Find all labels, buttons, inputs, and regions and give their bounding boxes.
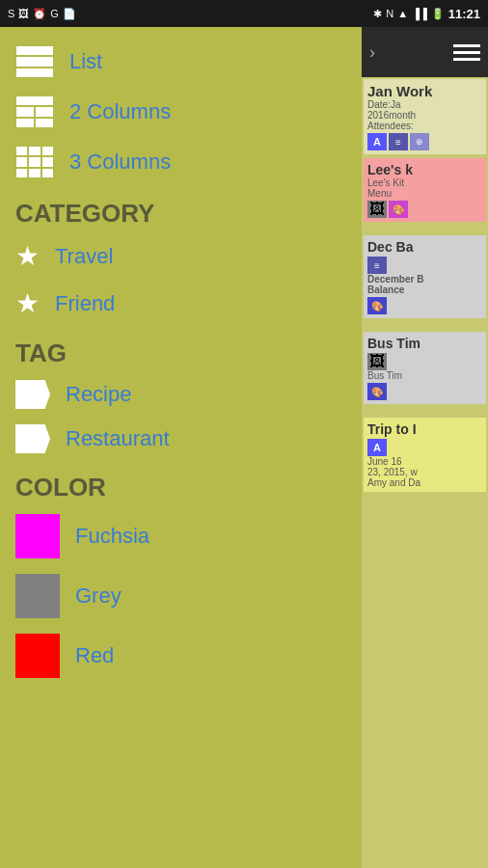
jan-work-meta3: Attendees: (367, 121, 482, 131)
file-icon: 📄 (63, 8, 76, 20)
right-panel: › Jan Work Date:Ja 2016month Attendees: … (362, 27, 488, 868)
lees-img-icon[interactable]: 🖼 (367, 201, 387, 218)
hamburger-button[interactable] (453, 44, 480, 61)
spacer-3 (364, 408, 486, 416)
bus-icons: 🎨 (367, 383, 482, 400)
view-list[interactable]: List (0, 37, 362, 87)
status-time: 11:21 (448, 7, 480, 21)
wifi-icon: ▲ (397, 8, 408, 19)
card-dec-balance[interactable]: Dec Ba ≡ December B Balance 🎨 (364, 235, 486, 318)
spacer-1 (364, 226, 486, 233)
tag-icon-recipe (15, 380, 50, 409)
trip-meta3: Amy and Da (367, 477, 482, 488)
lees-paint-icon[interactable]: 🎨 (389, 201, 408, 218)
3col-icon (15, 145, 54, 179)
grey-swatch (15, 574, 60, 618)
status-bar: S 🖼 ⏰ G 📄 ✱ N ▲ ▐▐ 🔋 11:21 (0, 0, 488, 27)
battery-icon: 🔋 (431, 8, 445, 20)
status-right-icons: ✱ N ▲ ▐▐ 🔋 11:21 (373, 7, 480, 21)
dec-paint-icon[interactable]: 🎨 (367, 297, 387, 314)
category-friend[interactable]: ★ Friend (0, 280, 362, 327)
trip-a-icon[interactable]: A (367, 439, 387, 456)
view-3col[interactable]: 3 Columns (0, 137, 362, 187)
red-label: Red (75, 643, 114, 668)
right-cards: Jan Work Date:Ja 2016month Attendees: A … (362, 77, 488, 868)
2col-icon (15, 95, 54, 129)
n-icon: N (386, 8, 393, 19)
left-panel: List 2 Columns (0, 27, 362, 868)
spacer-2 (364, 322, 486, 330)
card-jan-work[interactable]: Jan Work Date:Ja 2016month Attendees: A … (364, 79, 486, 154)
bus-img-icon[interactable]: 🖼 (367, 353, 387, 370)
tag-recipe-label: Recipe (66, 382, 131, 407)
jan-work-a-icon[interactable]: A (367, 133, 387, 150)
s-icon: S (8, 8, 14, 19)
trip-top-icons: A (367, 439, 482, 456)
category-friend-label: Friend (55, 291, 115, 316)
red-swatch (15, 634, 60, 678)
color-fuchsia[interactable]: Fuchsia (0, 506, 362, 566)
color-grey[interactable]: Grey (0, 566, 362, 626)
list-label: List (69, 49, 102, 74)
dec-icons: 🎨 (367, 297, 482, 314)
fuchsia-swatch (15, 514, 60, 558)
category-travel-label: Travel (55, 244, 113, 269)
hamburger-line-2 (453, 51, 480, 54)
color-header: COLOR (0, 461, 362, 506)
jan-work-title: Jan Work (367, 83, 482, 99)
star-icon: ★ (15, 240, 40, 272)
tag-restaurant[interactable]: Restaurant (0, 417, 362, 461)
dec-list-icon[interactable]: ≡ (367, 257, 387, 274)
lees-title: Lee's k (367, 162, 482, 177)
color-red[interactable]: Red (0, 626, 362, 686)
card-trip[interactable]: Trip to I A June 16 23, 2015, w Amy and … (364, 418, 486, 492)
main-container: List 2 Columns (0, 27, 488, 868)
lees-meta1: Lee's Kit (367, 177, 482, 188)
hamburger-line-3 (453, 58, 480, 61)
trip-meta2: 23, 2015, w (367, 467, 482, 477)
hamburger-line-1 (453, 44, 480, 47)
card-lees-kitchen[interactable]: Lee's k Lee's Kit Menu 🖼 🎨 (364, 158, 486, 222)
lees-meta2: Menu (367, 188, 482, 199)
jan-work-circles-icon[interactable]: ⊕ (410, 133, 429, 150)
trip-title: Trip to I (367, 421, 482, 437)
trip-meta1: June 16 (367, 456, 482, 467)
2col-label: 2 Columns (69, 99, 171, 124)
grey-label: Grey (75, 583, 122, 609)
img-icon-status: 🖼 (18, 8, 29, 19)
3col-label: 3 Columns (69, 149, 171, 175)
tag-recipe[interactable]: Recipe (0, 372, 362, 417)
tag-icon-restaurant (15, 424, 50, 453)
tag-restaurant-label: Restaurant (66, 426, 170, 451)
tag-header: TAG (0, 327, 362, 372)
clock-icon: ⏰ (33, 8, 46, 20)
dec-meta1: December B (367, 274, 482, 285)
signal-icon: ▐▐ (412, 8, 427, 19)
jan-work-icons: A ≡ ⊕ (367, 133, 482, 150)
view-2col[interactable]: 2 Columns (0, 87, 362, 137)
chevron-right-icon[interactable]: › (369, 42, 375, 63)
bus-top-icons: 🖼 (367, 353, 482, 370)
list-icon (15, 44, 54, 79)
jan-work-meta2: 2016month (367, 110, 482, 121)
bus-title: Bus Tim (367, 336, 482, 351)
fuchsia-label: Fuchsia (75, 524, 149, 549)
card-bus-time[interactable]: Bus Tim 🖼 Bus Tim 🎨 (364, 332, 486, 404)
right-header: › (362, 27, 488, 77)
g-icon: G (50, 8, 59, 19)
category-header: CATEGORY (0, 187, 362, 232)
star-icon-2: ★ (15, 287, 40, 319)
status-left-icons: S 🖼 ⏰ G 📄 (8, 8, 76, 20)
bluetooth-icon: ✱ (373, 8, 382, 20)
jan-work-list-icon[interactable]: ≡ (389, 133, 408, 150)
dec-top-icons: ≡ (367, 257, 482, 274)
bus-paint-icon[interactable]: 🎨 (367, 383, 387, 400)
dec-title: Dec Ba (367, 239, 482, 255)
dec-meta2: Balance (367, 285, 482, 295)
jan-work-meta1: Date:Ja (367, 99, 482, 110)
bus-meta1: Bus Tim (367, 370, 482, 381)
category-travel[interactable]: ★ Travel (0, 232, 362, 280)
lees-icons: 🖼 🎨 (367, 201, 482, 218)
